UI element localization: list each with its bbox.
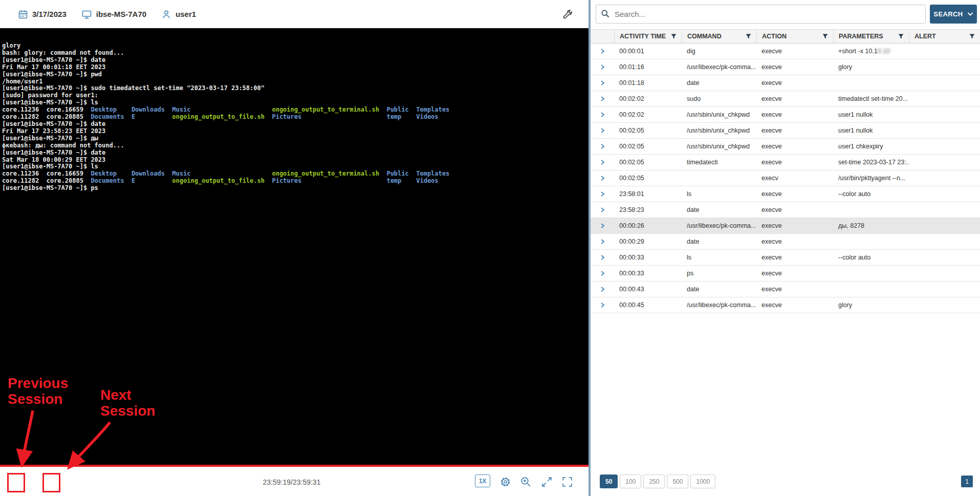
playback-timestamp: 23:59:19/23:59:31	[251, 478, 333, 486]
terminal-line: [user1@ibse-MS-7A70 ~]$ sudo timedatectl…	[2, 85, 589, 92]
cell-action: execve	[756, 159, 833, 166]
table-row[interactable]: 00:00:43dateexecve	[591, 282, 980, 297]
table-row[interactable]: 00:00:33lsexecve--color auto	[591, 250, 980, 266]
cell-command: date	[682, 286, 756, 293]
row-expand-chevron-icon[interactable]	[599, 143, 606, 150]
table-row[interactable]: 00:01:18dateexecve	[591, 75, 980, 91]
column-header-parameters[interactable]: PARAMETERS	[833, 30, 909, 43]
row-expand-chevron-icon[interactable]	[599, 159, 606, 166]
row-expand-chevron-icon[interactable]	[599, 301, 606, 309]
row-expand-chevron-icon[interactable]	[599, 286, 606, 293]
settings-wrench-icon[interactable]	[562, 8, 575, 21]
table-row[interactable]: 00:02:05/usr/sbin/unix_chkpwdexecveuser1…	[591, 123, 980, 139]
terminal-line: [user1@ibse-MS-7A70 ~]$ ps	[2, 185, 589, 192]
cell-action: execve	[756, 127, 833, 134]
table-row[interactable]: 00:00:01digexecve+short -x 10.10.10	[591, 44, 980, 59]
cell-command: /usr/sbin/unix_chkpwd	[682, 143, 756, 150]
row-expand-chevron-icon[interactable]	[599, 95, 606, 102]
filter-funnel-icon[interactable]	[969, 34, 975, 39]
cell-activity-time: 00:02:05	[614, 143, 682, 150]
table-row[interactable]: 00:00:33psexecve	[591, 266, 980, 282]
playback-speed-button[interactable]: 1X	[475, 475, 490, 487]
table-row[interactable]: 00:02:05execv/usr/bin/pkttyagent --n...	[591, 170, 980, 186]
row-expand-chevron-icon[interactable]	[599, 206, 606, 213]
calendar-icon	[18, 10, 28, 19]
terminal-line: [user1@ibse-MS-7A70 ~]$ ls	[2, 99, 589, 106]
cell-command: timedatectl	[682, 159, 756, 166]
previous-session-annotation: Previous Session	[8, 375, 92, 407]
row-expand-chevron-icon[interactable]	[599, 111, 606, 118]
row-expand-chevron-icon[interactable]	[599, 238, 606, 245]
row-expand-chevron-icon[interactable]	[599, 254, 606, 261]
column-header-action[interactable]: ACTION	[756, 30, 833, 43]
column-header-label: COMMAND	[687, 33, 722, 40]
cell-activity-time: 00:00:33	[614, 270, 682, 277]
events-panel: SEARCH ACTIVITY TIMECOMMANDACTIONPARAMET…	[591, 0, 980, 496]
column-header-alert[interactable]: ALERT	[909, 30, 980, 43]
table-row[interactable]: 00:00:26/usr/libexec/pk-comma...execveды…	[591, 218, 980, 234]
row-expand-chevron-icon[interactable]	[599, 175, 606, 182]
table-row[interactable]: 00:00:45/usr/libexec/pk-comma...execvegl…	[591, 297, 980, 313]
column-header-command[interactable]: COMMAND	[682, 30, 756, 43]
cell-activity-time: 00:00:43	[614, 286, 682, 293]
row-expand-chevron-icon[interactable]	[599, 79, 606, 87]
terminal-line: core.11282 core.20885 Documents E ongoin…	[2, 178, 589, 185]
cell-action: execve	[756, 286, 833, 293]
filter-funnel-icon[interactable]	[746, 34, 751, 39]
gear-icon[interactable]	[499, 476, 512, 489]
next-session-highlight-box	[42, 473, 60, 492]
terminal-line: core.11282 core.20885 Documents E ongoin…	[2, 114, 589, 121]
current-page-button[interactable]: 1	[961, 476, 973, 487]
table-row[interactable]: 00:02:02sudoexecvetimedatectl set-time 2…	[591, 91, 980, 107]
filter-funnel-icon[interactable]	[822, 34, 828, 39]
column-header-activity-time[interactable]: ACTIVITY TIME	[614, 30, 682, 43]
terminal-line: Sat Mar 18 00:00:29 EET 2023	[2, 157, 589, 164]
filter-funnel-icon[interactable]	[898, 34, 904, 39]
cell-command: /usr/libexec/pk-comma...	[682, 301, 756, 309]
zoom-in-icon[interactable]	[519, 476, 533, 489]
table-row[interactable]: 00:01:16/usr/libexec/pk-comma...execvegl…	[591, 59, 980, 75]
page-size-250[interactable]: 250	[643, 475, 665, 488]
next-session-annotation: Next Session	[100, 387, 167, 419]
terminal-line: /home/user1	[2, 78, 589, 85]
table-row[interactable]: 23:58:23dateexecve	[591, 202, 980, 218]
page-size-100[interactable]: 100	[620, 475, 641, 488]
row-expand-chevron-icon[interactable]	[599, 270, 606, 277]
page-size-50[interactable]: 50	[600, 475, 618, 488]
table-row[interactable]: 00:02:05timedatectlexecveset-time 2023-0…	[591, 155, 980, 170]
cell-action: execve	[756, 79, 833, 87]
session-date[interactable]: 3/17/2023	[18, 10, 67, 19]
cell-command: /usr/libexec/pk-comma...	[682, 222, 756, 229]
row-expand-chevron-icon[interactable]	[599, 48, 606, 55]
row-expand-chevron-icon[interactable]	[599, 190, 606, 198]
table-row[interactable]: 00:02:02/usr/sbin/unix_chkpwdexecveuser1…	[591, 107, 980, 123]
row-expand-chevron-icon[interactable]	[599, 63, 606, 71]
cell-action: execve	[756, 111, 833, 118]
expand-icon[interactable]	[540, 476, 554, 489]
terminal-line: [user1@ibse-MS-7A70 ~]$ date	[2, 57, 589, 64]
terminal-line: [user1@ibse-MS-7A70 ~]$ pwd	[2, 71, 589, 78]
cell-command: date	[682, 79, 756, 87]
search-input[interactable]	[596, 5, 926, 24]
terminal-line: Fri Mar 17 23:58:23 EET 2023	[2, 128, 589, 135]
row-expand-chevron-icon[interactable]	[599, 222, 606, 229]
cell-action: execve	[756, 63, 833, 71]
session-host[interactable]: ibse-MS-7A70	[82, 10, 146, 19]
terminal-line: glory	[2, 42, 589, 50]
search-button[interactable]: SEARCH	[930, 5, 977, 24]
fullscreen-icon[interactable]	[561, 476, 574, 489]
table-row[interactable]: 00:00:29dateexecve	[591, 234, 980, 250]
cell-parameters: user1 nullok	[833, 127, 909, 134]
filter-funnel-icon[interactable]	[671, 34, 677, 39]
page-size-1000[interactable]: 1000	[690, 475, 715, 488]
table-row[interactable]: 23:58:01lsexecve--color auto	[591, 186, 980, 202]
table-row[interactable]: 00:02:05/usr/sbin/unix_chkpwdexecveuser1…	[591, 139, 980, 155]
cell-parameters: ды, 8278	[833, 222, 909, 229]
row-expand-chevron-icon[interactable]	[599, 127, 606, 134]
terminal-line: [sudo] password for user1:	[2, 92, 589, 99]
cell-activity-time: 00:02:05	[614, 175, 682, 182]
chevron-down-icon	[967, 12, 973, 16]
terminal-line: [user1@ibse-MS-7A70 ~]$ date	[2, 121, 589, 128]
page-size-500[interactable]: 500	[667, 475, 688, 488]
session-user[interactable]: user1	[162, 10, 196, 19]
